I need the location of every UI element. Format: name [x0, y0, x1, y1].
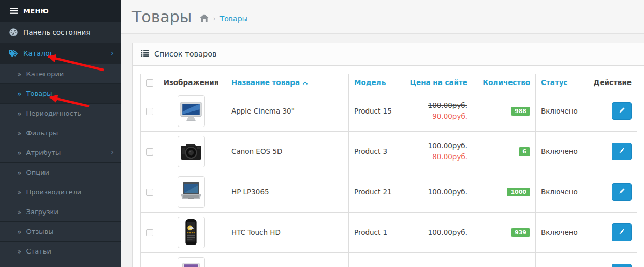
product-thumbnail-htc-touch-hd	[178, 217, 205, 248]
page-header: Товары › Товары	[121, 0, 644, 34]
column-header-price: Цена на сайте	[401, 74, 473, 91]
double-angle-icon: »	[17, 208, 22, 216]
double-angle-icon: »	[17, 149, 22, 157]
sort-link-status[interactable]: Статус	[541, 78, 567, 87]
sidebar-item-downloads[interactable]: »Загрузки	[0, 202, 121, 222]
sort-asc-icon	[302, 78, 308, 87]
product-model: Product 1	[354, 228, 387, 236]
product-name: Apple Cinema 30"	[231, 107, 295, 115]
sidebar-item-dashboard[interactable]: Панель состояния	[0, 22, 121, 43]
page-title: Товары	[132, 8, 192, 26]
table-row: iMacProduct 14100.00руб.971Включено	[141, 252, 637, 267]
price-old: 100.00руб.	[428, 101, 467, 109]
table-row: HP LP3065Product 21100.00руб.1000Включен…	[141, 172, 637, 212]
list-icon	[141, 50, 149, 59]
sidebar-item-options[interactable]: »Опции	[0, 163, 121, 182]
status-text: Включено	[541, 147, 578, 156]
edit-button[interactable]	[612, 183, 632, 201]
sidebar-item-label: Каталог	[23, 49, 53, 58]
double-angle-icon: »	[17, 228, 22, 235]
sidebar-item-label: Опции	[26, 168, 49, 176]
table-header-row: ИзображенияНазвание товараМодельЦена на …	[141, 74, 637, 91]
product-name: HP LP3065	[231, 188, 269, 196]
quantity-badge: 988	[511, 107, 530, 116]
column-label: Изображения	[164, 78, 219, 87]
content: Список товаров ИзображенияНазвание товар…	[121, 34, 644, 267]
status-text: Включено	[541, 228, 578, 236]
sort-link-price[interactable]: Цена на сайте	[409, 78, 467, 87]
sidebar-item-manufacturers[interactable]: »Производители	[0, 182, 121, 202]
breadcrumb-current-link[interactable]: Товары	[220, 15, 248, 23]
double-angle-icon: »	[17, 130, 22, 137]
column-header-select	[141, 74, 156, 91]
breadcrumb: › Товары	[200, 14, 247, 23]
breadcrumb-home-link[interactable]	[200, 14, 209, 23]
breadcrumb-separator: ›	[213, 15, 215, 22]
chevron-right-icon: ›	[111, 149, 114, 157]
sidebar-item-filters[interactable]: »Фильтры	[0, 123, 121, 143]
product-thumbnail-canon-eos-5d	[178, 136, 205, 167]
table-row: Apple Cinema 30"Product 15100.00руб.90.0…	[141, 91, 637, 131]
column-header-status: Статус	[536, 74, 587, 91]
sidebar-item-categories[interactable]: »Категории	[0, 64, 121, 84]
double-angle-icon: »	[17, 169, 22, 176]
sidebar-item-attributes[interactable]: »Атрибуты›	[0, 143, 121, 163]
column-header-action: Действие	[587, 74, 637, 91]
sidebar-item-label: Категории	[26, 70, 64, 78]
dashboard-icon	[8, 28, 18, 36]
product-name: Canon EOS 5D	[231, 147, 282, 156]
quantity-badge: 1000	[507, 188, 530, 196]
select-all-checkbox[interactable]	[146, 79, 153, 87]
main-area: Товары › Товары Список товаров	[121, 0, 644, 267]
sidebar-item-recurring[interactable]: »Периодичность	[0, 104, 121, 123]
price: 100.00руб.	[428, 228, 467, 236]
double-angle-icon: »	[17, 90, 22, 97]
sort-link-quantity[interactable]: Количество	[482, 78, 530, 87]
product-thumbnail-apple-cinema-30	[178, 95, 205, 127]
product-model: Product 15	[354, 107, 392, 115]
sidebar-item-label: Товары	[26, 90, 52, 97]
edit-button[interactable]	[612, 264, 632, 267]
table-row: Canon EOS 5DProduct 3100.00руб.80.00руб.…	[141, 131, 637, 172]
price: 100.00руб.	[428, 188, 467, 196]
double-angle-icon: »	[17, 248, 22, 255]
product-model: Product 21	[354, 188, 392, 196]
sidebar-item-reviews[interactable]: »Отзывы	[0, 222, 121, 242]
sidebar-item-catalog[interactable]: Каталог›	[0, 43, 121, 64]
double-angle-icon: »	[17, 110, 22, 117]
sort-link-name[interactable]: Название товара	[231, 78, 308, 87]
sidebar: МЕНЮ Панель состоянияКаталог›»Категории»…	[0, 0, 121, 267]
edit-button[interactable]	[612, 102, 632, 120]
column-header-image: Изображения	[156, 74, 226, 91]
sidebar-item-label: Отзывы	[26, 228, 54, 235]
sidebar-item-articles[interactable]: »Статьи	[0, 242, 121, 261]
pencil-icon	[618, 107, 625, 116]
row-checkbox[interactable]	[146, 229, 153, 236]
sort-link-model[interactable]: Модель	[354, 78, 386, 87]
sidebar-item-label: Атрибуты	[26, 149, 61, 157]
product-list-panel: Список товаров ИзображенияНазвание товар…	[132, 43, 644, 267]
sidebar-item-products[interactable]: »Товары	[0, 84, 121, 104]
sidebar-menu-header[interactable]: МЕНЮ	[0, 0, 121, 22]
panel-title: Список товаров	[154, 50, 217, 58]
double-angle-icon: »	[17, 189, 22, 196]
row-checkbox[interactable]	[146, 189, 153, 196]
price-sale: 80.00руб.	[432, 152, 467, 161]
status-text: Включено	[541, 188, 578, 196]
column-header-name: Название товара	[226, 74, 349, 91]
double-angle-icon: »	[17, 71, 22, 78]
edit-button[interactable]	[612, 143, 632, 160]
product-name: HTC Touch HD	[231, 228, 281, 236]
sidebar-item-label: Производители	[26, 188, 82, 196]
tags-icon	[8, 49, 18, 58]
sidebar-item-label: Фильтры	[26, 129, 58, 137]
row-checkbox[interactable]	[146, 108, 153, 115]
panel-heading: Список товаров	[133, 43, 644, 66]
sidebar-item-label: Загрузки	[26, 208, 58, 216]
edit-button[interactable]	[612, 223, 632, 241]
pencil-icon	[618, 147, 625, 156]
sidebar-nav: Панель состоянияКаталог›»Категории»Товар…	[0, 22, 121, 261]
row-checkbox[interactable]	[146, 148, 153, 156]
sidebar-item-label: Периодичность	[26, 109, 81, 117]
product-thumbnail-hp-lp3065	[178, 176, 205, 208]
